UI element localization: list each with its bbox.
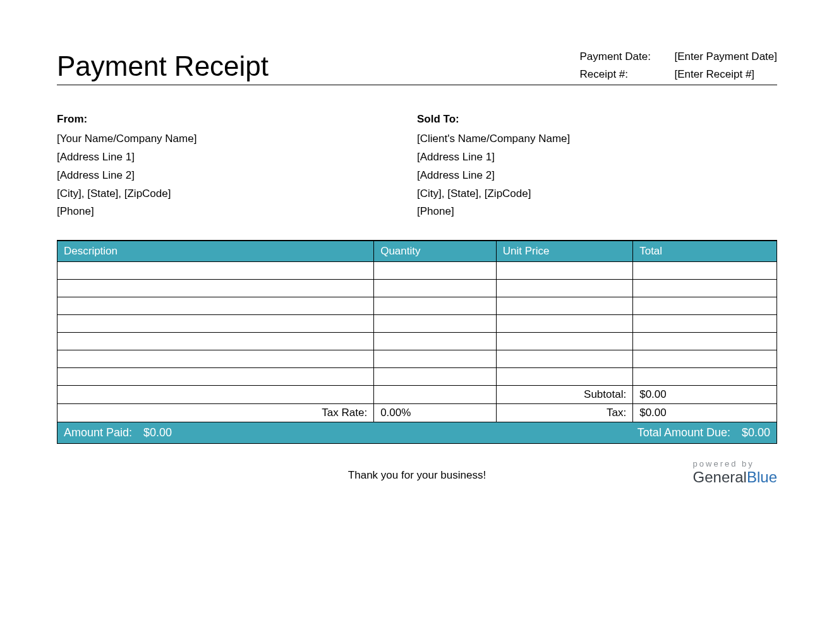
sold-to-city-state-zip[interactable]: [City], [State], [ZipCode] <box>417 185 777 203</box>
brand-logo: powered by GeneralBlue <box>693 459 777 486</box>
table-row[interactable] <box>57 350 777 368</box>
sold-to-address2[interactable]: [Address Line 2] <box>417 167 777 185</box>
receipt-number-value[interactable]: [Enter Receipt #] <box>674 68 777 81</box>
from-address2[interactable]: [Address Line 2] <box>57 167 417 185</box>
from-name[interactable]: [Your Name/Company Name] <box>57 130 417 148</box>
receipt-meta: Payment Date: [Enter Payment Date] Recei… <box>579 51 777 82</box>
table-row[interactable] <box>57 297 777 315</box>
sold-to-name[interactable]: [Client's Name/Company Name] <box>417 130 777 148</box>
total-due-value: $0.00 <box>742 426 770 439</box>
brand-name: GeneralBlue <box>693 468 777 486</box>
receipt-number-label: Receipt #: <box>579 68 674 81</box>
footer-section: Thank you for your business! powered by … <box>57 456 777 482</box>
col-total: Total <box>633 241 777 262</box>
total-due-label: Total Amount Due: <box>638 426 730 439</box>
tax-rate-label: Tax Rate: <box>57 404 374 422</box>
brand-name-part2: Blue <box>747 468 777 486</box>
from-city-state-zip[interactable]: [City], [State], [ZipCode] <box>57 185 417 203</box>
col-description: Description <box>57 241 374 262</box>
totals-bar: Amount Paid: $0.00 Total Amount Due: $0.… <box>57 422 777 444</box>
tax-rate-value[interactable]: 0.00% <box>374 404 497 422</box>
tax-label: Tax: <box>496 404 632 422</box>
from-address1[interactable]: [Address Line 1] <box>57 148 417 167</box>
from-heading: From: <box>57 110 417 129</box>
amount-paid-value: $0.00 <box>143 426 172 439</box>
sold-to-heading: Sold To: <box>417 110 777 129</box>
from-phone[interactable]: [Phone] <box>57 203 417 221</box>
table-row[interactable] <box>57 315 777 333</box>
payment-date-label: Payment Date: <box>579 51 674 63</box>
powered-by-text: powered by <box>693 459 777 468</box>
brand-name-part1: General <box>693 468 747 486</box>
thank-you-text: Thank you for your business! <box>348 469 486 482</box>
table-row[interactable] <box>57 262 777 280</box>
subtotal-label: Subtotal: <box>496 386 632 404</box>
subtotal-row: Subtotal: $0.00 <box>57 386 777 404</box>
from-block: From: [Your Name/Company Name] [Address … <box>57 110 417 221</box>
header: Payment Receipt Payment Date: [Enter Pay… <box>57 51 777 85</box>
sold-to-address1[interactable]: [Address Line 1] <box>417 148 777 167</box>
payment-date-value[interactable]: [Enter Payment Date] <box>674 51 777 63</box>
amount-paid-label: Amount Paid: <box>64 426 132 439</box>
line-items-table: Description Quantity Unit Price Total Su… <box>57 240 777 422</box>
col-unit-price: Unit Price <box>496 241 632 262</box>
col-quantity: Quantity <box>374 241 497 262</box>
tax-row: Tax Rate: 0.00% Tax: $0.00 <box>57 404 777 422</box>
table-header-row: Description Quantity Unit Price Total <box>57 241 777 262</box>
table-row[interactable] <box>57 368 777 386</box>
table-row[interactable] <box>57 280 777 297</box>
parties-section: From: [Your Name/Company Name] [Address … <box>57 110 777 221</box>
subtotal-value: $0.00 <box>633 386 777 404</box>
sold-to-block: Sold To: [Client's Name/Company Name] [A… <box>417 110 777 221</box>
sold-to-phone[interactable]: [Phone] <box>417 203 777 221</box>
page-title: Payment Receipt <box>57 51 269 82</box>
tax-value: $0.00 <box>633 404 777 422</box>
table-row[interactable] <box>57 333 777 350</box>
